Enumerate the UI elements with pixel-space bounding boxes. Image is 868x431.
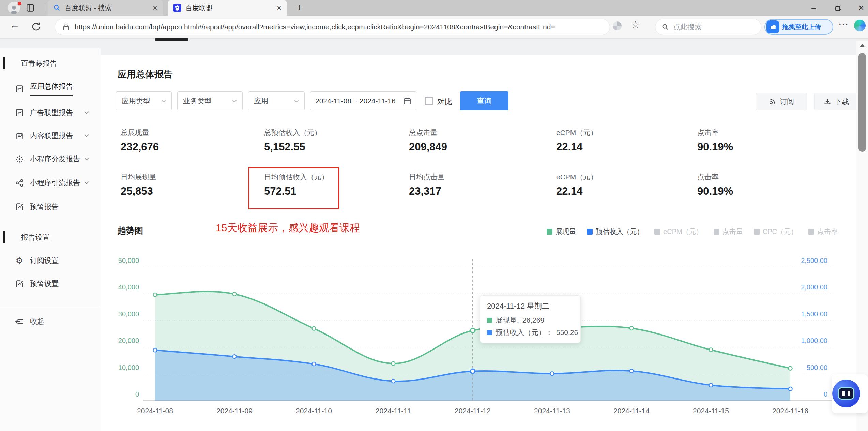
date-range-value: 2024-11-08 ~ 2024-11-16: [315, 97, 396, 105]
browser-menu-icon[interactable]: ⋯: [838, 18, 849, 30]
tab-title: 百度联盟: [185, 3, 273, 13]
sidebar-item-label: 收起: [30, 317, 44, 326]
svg-text:2024-11-09: 2024-11-09: [216, 407, 253, 415]
download-button[interactable]: 下载: [814, 93, 858, 110]
svg-text:2024-11-15: 2024-11-15: [693, 407, 729, 415]
svg-text:2024-11-10: 2024-11-10: [296, 407, 332, 415]
legend-label: 预估收入（元）: [596, 227, 643, 236]
sidebar-item-miniapp-distribution-report[interactable]: 小程序分发报告: [0, 147, 101, 170]
notification-dot: [17, 1, 22, 6]
netdisk-upload-button[interactable]: 拖拽至此上传: [764, 19, 833, 35]
sidebar-item-app-overall-report[interactable]: 应用总体报告: [0, 77, 101, 100]
business-type-select[interactable]: 业务类型: [177, 91, 243, 110]
window-close-button[interactable]: ×: [850, 0, 868, 16]
sidebar-group-bqt-report: 百青藤报告: [21, 59, 57, 68]
legend-item-ecpm[interactable]: eCPM（元）: [654, 227, 703, 236]
browser-tab-search[interactable]: 百度联盟 - 搜索 ×: [48, 0, 163, 16]
sidebar-item-subscription-settings[interactable]: ⚙ 订阅设置: [0, 249, 101, 272]
svg-text:0: 0: [824, 390, 827, 398]
svg-text:2024-11-08: 2024-11-08: [137, 407, 173, 415]
stat-label: 总点击量: [409, 128, 438, 137]
sidebar-item-alert-settings[interactable]: 预警设置: [0, 272, 101, 295]
legend-item-click[interactable]: 点击量: [714, 227, 743, 236]
svg-text:2024-11-16: 2024-11-16: [772, 407, 808, 415]
collapse-arrow-icon: [15, 317, 24, 326]
stat-label: eCPM（元）: [556, 172, 597, 182]
legend-item-cpc[interactable]: CPC（元）: [754, 227, 797, 236]
search-favicon: [53, 4, 61, 12]
tooltip-row-income: 预估收入（元）： 550.26: [487, 328, 574, 337]
bookmark-star-icon[interactable]: ☆: [631, 19, 640, 30]
stat-label: eCPM（元）: [556, 128, 597, 137]
select-value: 业务类型: [183, 96, 212, 106]
translate-icon[interactable]: [613, 21, 622, 30]
compare-checkbox[interactable]: [425, 97, 433, 105]
sidebar-collapse-button[interactable]: 收起: [0, 310, 101, 333]
app-type-select[interactable]: 应用类型: [116, 91, 172, 110]
stat-value: 23,317: [409, 185, 441, 197]
tab-close-icon[interactable]: ×: [153, 4, 157, 11]
svg-text:2024-11-14: 2024-11-14: [613, 407, 650, 415]
legend-item-income[interactable]: 预估收入（元）: [587, 227, 643, 236]
legend-swatch: [547, 229, 552, 235]
stat-label: 总预估收入（元）: [264, 128, 321, 137]
legend-item-view[interactable]: 展现量: [547, 227, 576, 236]
loading-indicator: [155, 38, 188, 41]
subscribe-button[interactable]: 订阅: [756, 93, 807, 110]
legend-label: CPC（元）: [763, 227, 797, 236]
stat-label: 总展现量: [121, 128, 149, 137]
sidebar-item-label: 内容联盟报告: [30, 131, 73, 140]
copilot-icon[interactable]: [854, 20, 866, 31]
legend-swatch: [654, 229, 660, 235]
download-icon: [824, 98, 831, 105]
back-button[interactable]: ←: [10, 19, 20, 31]
trend-chart[interactable]: 010,00020,00030,00040,00050,0000500.001,…: [101, 235, 856, 425]
svg-text:2024-11-12: 2024-11-12: [455, 407, 491, 415]
sidebar-item-alert-report[interactable]: 预警报告: [0, 195, 101, 218]
url-text[interactable]: https://union.baidu.com/bqt/appco.html#/…: [75, 23, 602, 31]
sidebar-item-label: 预警报告: [30, 202, 59, 211]
scrollbar-up-arrow[interactable]: [859, 44, 865, 47]
report-chart-icon: [15, 84, 24, 93]
date-range-picker[interactable]: 2024-11-08 ~ 2024-11-16: [310, 91, 416, 110]
assistant-robot-button[interactable]: [832, 380, 860, 407]
tooltip-value: 550.26: [556, 328, 578, 337]
stat-value: 22.14: [556, 141, 583, 153]
legend-swatch: [808, 229, 814, 235]
legend-swatch: [714, 229, 719, 235]
legend-item-ctr[interactable]: 点击率: [808, 227, 838, 236]
window-minimize-button[interactable]: –: [803, 0, 824, 16]
sidebar-divider: [0, 308, 101, 308]
sidebar-item-label: 应用总体报告: [30, 81, 73, 96]
chart-legend: 展现量 预估收入（元） eCPM（元） 点击量 CPC（元） 点击率: [547, 227, 838, 236]
annotation-text: 15天收益展示，感兴趣观看课程: [216, 221, 360, 235]
sidebar-item-content-union-report[interactable]: 内容联盟报告: [0, 124, 101, 147]
tooltip-swatch: [487, 318, 492, 323]
stat-value: 90.19%: [697, 141, 733, 153]
alert-trend-icon: [15, 202, 24, 211]
svg-text:2,500.00: 2,500.00: [801, 257, 827, 264]
scrollbar-thumb[interactable]: [858, 53, 866, 152]
refresh-button[interactable]: [31, 21, 42, 33]
toolbar-search-box[interactable]: 点此搜索: [655, 19, 761, 35]
window-restore-button[interactable]: [827, 0, 849, 16]
svg-text:10,000: 10,000: [118, 364, 139, 371]
tab-close-icon[interactable]: ×: [277, 4, 281, 11]
new-tab-button[interactable]: +: [294, 2, 305, 14]
restore-icon: [835, 5, 841, 11]
svg-text:30,000: 30,000: [118, 310, 139, 318]
screen: 百度联盟 - 搜索 × 百度联盟 × + – × ← https://union…: [0, 0, 868, 431]
app-select[interactable]: 应用: [248, 91, 305, 110]
sidebar-item-label: 广告联盟报告: [30, 108, 73, 117]
netdisk-cloud-icon: [766, 20, 779, 33]
stat-value: 209,849: [409, 141, 447, 153]
browser-tab-baidu-union[interactable]: 百度联盟 ×: [168, 0, 287, 16]
query-button[interactable]: 查询: [460, 91, 508, 110]
sidebar-item-ad-union-report[interactable]: 广告联盟报告: [0, 101, 101, 124]
tooltip-value: 26,269: [522, 316, 544, 324]
stat-label: 点击率: [697, 128, 719, 137]
workspaces-icon[interactable]: [26, 3, 35, 14]
address-bar[interactable]: https://union.baidu.com/bqt/appco.html#/…: [55, 19, 610, 35]
legend-swatch: [587, 229, 593, 235]
sidebar-item-miniapp-traffic-report[interactable]: 小程序引流报告: [0, 171, 101, 194]
